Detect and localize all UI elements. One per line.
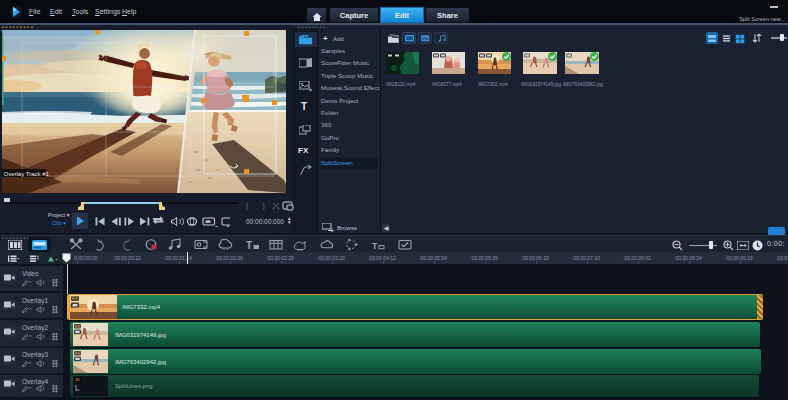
- svg-text:Overlay Track #1: Overlay Track #1: [4, 171, 50, 177]
- svg-text:4K: 4K: [75, 377, 80, 382]
- svg-text:FX: FX: [72, 296, 78, 301]
- svg-text:T: T: [246, 240, 252, 251]
- svg-text:FX: FX: [75, 351, 80, 356]
- svg-text:FX: FX: [75, 324, 80, 329]
- svg-text:T: T: [372, 241, 378, 251]
